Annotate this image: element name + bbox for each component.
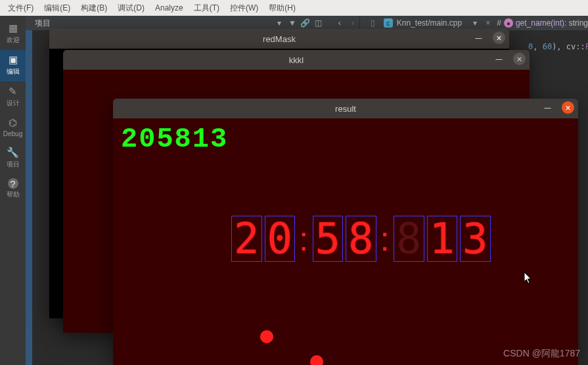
minimize-button[interactable]: ─ [493, 53, 505, 65]
menu-analyze[interactable]: Analyze [151, 1, 187, 14]
bookmark-icon: ▯ [367, 16, 380, 30]
wrench-icon: 🔧 [7, 147, 19, 158]
sidebar-item-debug[interactable]: ⌬ Debug [0, 113, 26, 143]
split-icon[interactable]: ◫ [312, 16, 325, 30]
sidebar-item-label: Debug [3, 130, 22, 137]
close-button[interactable]: × [513, 53, 526, 65]
method-signature[interactable]: get_name(int): string [516, 18, 588, 28]
menu-debug[interactable]: 调试(D) [114, 1, 148, 16]
clock-digit-1: 0 [267, 214, 293, 263]
sidebar-item-label: 项目 [7, 160, 20, 169]
menu-edit[interactable]: 编辑(E) [40, 1, 74, 16]
dropdown-indicator-icon[interactable]: ▾ [468, 16, 482, 30]
clock-digit-5: 3 [463, 214, 488, 263]
window-title: kkkl [289, 55, 304, 65]
window-result[interactable]: result ─ × 205813 2 0 : 5 8 : 8 1 3 [113, 99, 578, 365]
menu-tools[interactable]: 工具(T) [190, 1, 223, 16]
window-title: redMask [263, 34, 296, 44]
red-dot-2 [310, 355, 323, 365]
close-button[interactable]: × [562, 101, 574, 114]
tab-close-button[interactable]: × [482, 18, 494, 28]
window-titlebar[interactable]: kkkl ─ × [63, 50, 530, 70]
help-icon: ? [8, 178, 18, 189]
menu-help[interactable]: 帮助(H) [265, 1, 300, 16]
bug-icon: ⌬ [9, 117, 17, 129]
filter-icon[interactable]: ▼ [286, 16, 299, 30]
sidebar-item-label: 设计 [7, 99, 20, 108]
menu-build[interactable]: 构建(B) [77, 1, 111, 16]
window-titlebar[interactable]: result ─ × [113, 99, 578, 118]
main-menubar: 文件(F) 编辑(E) 构建(B) 调试(D) Analyze 工具(T) 控件… [0, 0, 588, 16]
window-content: 205813 2 0 : 5 8 : 8 1 3 [113, 118, 578, 365]
code-fragment: 0, 60), cv::FONT [528, 42, 588, 51]
clock-digit-2: 5 [315, 214, 341, 263]
menu-widgets[interactable]: 控件(W) [226, 1, 262, 16]
red-dot-1 [260, 330, 273, 343]
clock-digit-ghost: 8 [396, 214, 422, 263]
minimize-button[interactable]: ─ [541, 101, 554, 114]
watermark-text: CSDN @阿龍1787 [503, 348, 580, 360]
sidebar-item-help[interactable]: ? 帮助 [0, 174, 26, 205]
minimize-button[interactable]: ─ [472, 32, 485, 44]
window-titlebar[interactable]: redMask ─ × [49, 29, 509, 49]
clock-colon: : [379, 219, 391, 258]
close-button[interactable]: × [493, 32, 505, 44]
seven-segment-clock: 2 0 : 5 8 : 8 1 3 [231, 216, 491, 262]
sidebar-item-label: 帮助 [7, 190, 20, 199]
method-icon: ● [504, 18, 513, 28]
nav-back-icon[interactable]: ‹ [333, 16, 346, 30]
nav-forward-icon[interactable]: › [346, 16, 359, 30]
sidebar-item-design[interactable]: ✎ 设计 [0, 82, 26, 113]
hash-separator: # [494, 18, 504, 28]
ocr-result-text: 205813 [121, 124, 228, 155]
clock-colon: : [298, 219, 309, 258]
sidebar-item-label: 编辑 [7, 67, 20, 76]
grid-icon: ▦ [9, 22, 18, 34]
sidebar-item-project[interactable]: 🔧 项目 [0, 143, 26, 174]
design-icon: ✎ [9, 85, 17, 97]
project-pane-label[interactable]: 项目 [26, 18, 60, 29]
sidebar-item-edit[interactable]: ▣ 编辑 [0, 50, 26, 82]
dropdown-arrow-icon[interactable]: ▾ [273, 16, 286, 30]
sidebar-item-welcome[interactable]: ▦ 欢迎 [0, 18, 26, 50]
sidebar-item-label: 欢迎 [7, 36, 20, 45]
clock-digit-3: 8 [348, 214, 374, 263]
menu-file[interactable]: 文件(F) [4, 1, 37, 16]
ide-top-strip: 项目 ▾ ▼ 🔗 ◫ ‹ › ▯ c Knn_test/main.cpp ▾ ×… [26, 16, 588, 30]
clock-digit-4: 1 [430, 214, 455, 263]
window-title: result [335, 104, 356, 114]
clock-digit-0: 2 [234, 214, 260, 263]
link-icon[interactable]: 🔗 [299, 16, 312, 30]
editor-tab-main-cpp[interactable]: ▯ c Knn_test/main.cpp [359, 16, 468, 30]
editor-tab-label: Knn_test/main.cpp [397, 18, 462, 28]
editor-gutter [26, 30, 32, 365]
edit-mode-icon: ▣ [9, 54, 18, 66]
cpp-file-icon: c [384, 18, 393, 28]
mode-sidebar: ▦ 欢迎 ▣ 编辑 ✎ 设计 ⌬ Debug 🔧 项目 ? 帮助 [0, 16, 26, 365]
